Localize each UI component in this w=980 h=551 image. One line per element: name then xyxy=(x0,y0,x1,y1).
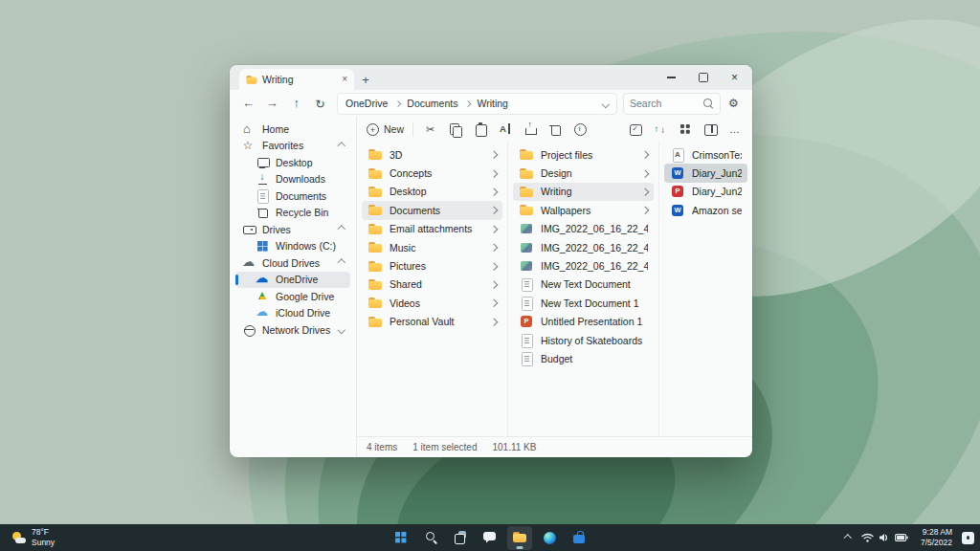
sidebar-item-favorites[interactable]: Favorites xyxy=(235,138,350,155)
chevron-right-icon[interactable] xyxy=(640,169,648,177)
col1-item-personal-vault[interactable]: Personal Vault xyxy=(362,313,502,331)
forward-button[interactable]: → xyxy=(261,93,283,115)
view-options-button[interactable] xyxy=(677,121,693,138)
sort-button[interactable] xyxy=(652,121,668,138)
col1-item-music[interactable]: Music xyxy=(362,238,502,256)
refresh-button[interactable]: ↻ xyxy=(309,93,331,115)
breadcrumb-segment-documents[interactable]: Documents xyxy=(407,98,477,109)
chevron-right-icon[interactable] xyxy=(489,280,497,288)
col1-item-concepts[interactable]: Concepts xyxy=(362,164,502,182)
col1-item-documents[interactable]: Documents xyxy=(362,201,502,219)
col1-item-3d[interactable]: 3D xyxy=(362,145,502,164)
edge-browser-button[interactable] xyxy=(537,526,562,550)
delete-button[interactable] xyxy=(546,121,563,138)
col1-item-email-attachments[interactable]: Email attachments xyxy=(362,220,502,238)
sidebar-item-windows-c[interactable]: Windows (C:) xyxy=(235,238,350,255)
chevron-right-icon[interactable] xyxy=(489,262,497,270)
chevron-right-icon[interactable] xyxy=(489,225,497,232)
col3-item-amazon-sellers-newsl[interactable]: Amazon sellers newsl xyxy=(664,201,747,219)
cut-button[interactable]: ✂ xyxy=(422,121,438,138)
col3-item-diary-jun21[interactable]: Diary_Jun21 xyxy=(664,164,747,182)
address-dropdown-icon[interactable] xyxy=(601,99,609,107)
chevron-right-icon[interactable] xyxy=(489,187,497,195)
chevron-up-icon[interactable] xyxy=(337,259,345,267)
sidebar-item-recycle-bin[interactable]: Recycle Bin xyxy=(235,205,350,222)
sidebar-item-downloads[interactable]: Downloads xyxy=(235,171,350,188)
sidebar-item-cloud-drives[interactable]: Cloud Drives xyxy=(235,254,350,272)
col2-item-budget[interactable]: Budget xyxy=(513,349,654,367)
col2-item-design[interactable]: Design xyxy=(513,164,654,182)
address-bar[interactable]: OneDrive Documents Writing xyxy=(337,93,617,115)
chevron-right-icon[interactable] xyxy=(489,244,497,252)
search-box[interactable] xyxy=(623,93,721,115)
chat-button[interactable] xyxy=(478,526,502,550)
rename-button[interactable] xyxy=(497,121,513,138)
chevron-right-icon[interactable] xyxy=(489,207,497,214)
col1-item-desktop[interactable]: Desktop xyxy=(362,183,502,201)
sidebar-item-network-drives[interactable]: Network Drives xyxy=(235,321,350,339)
sidebar-item-onedrive[interactable]: OneDrive xyxy=(235,272,350,289)
new-button[interactable]: + New xyxy=(367,123,404,136)
settings-gear-button[interactable]: ⚙ xyxy=(723,93,745,115)
col3-item-diary-jun21-exported[interactable]: Diary_Jun21 Exported xyxy=(664,183,747,201)
maximize-button[interactable] xyxy=(687,65,719,90)
sidebar-item-home[interactable]: Home xyxy=(235,121,350,138)
col2-item-writing[interactable]: Writing xyxy=(513,183,654,201)
taskbar-search-button[interactable] xyxy=(418,526,443,550)
weather-widget[interactable]: 78°F Sunny xyxy=(8,524,58,551)
microsoft-store-button[interactable] xyxy=(567,526,591,550)
new-tab-button[interactable]: + xyxy=(354,69,377,90)
col2-item-untitled-presentation-1[interactable]: Untitled Presentation 1 xyxy=(513,313,654,331)
sidebar-item-desktop[interactable]: Desktop xyxy=(235,154,350,171)
chevron-up-icon[interactable] xyxy=(337,226,345,233)
col1-item-videos[interactable]: Videos xyxy=(362,294,502,312)
task-view-button[interactable] xyxy=(448,526,473,550)
col1-item-pictures[interactable]: Pictures xyxy=(362,256,502,275)
chevron-right-icon[interactable] xyxy=(489,169,497,177)
chevron-right-icon[interactable] xyxy=(640,151,648,159)
col2-item-wallpapers[interactable]: Wallpapers xyxy=(513,201,654,219)
breadcrumb-segment-onedrive[interactable]: OneDrive xyxy=(345,98,407,109)
chevron-right-icon[interactable] xyxy=(489,299,497,307)
chevron-right-icon[interactable] xyxy=(489,151,497,159)
sidebar-item-icloud-drive[interactable]: iCloud Drive xyxy=(235,305,350,322)
up-button[interactable]: ↑ xyxy=(285,93,307,115)
paste-button[interactable] xyxy=(472,121,488,138)
breadcrumb-segment-writing[interactable]: Writing xyxy=(477,98,507,109)
chevron-up-icon[interactable] xyxy=(337,142,345,149)
sidebar-item-documents[interactable]: Documents xyxy=(235,187,350,205)
copy-button[interactable] xyxy=(447,121,463,138)
select-mode-button[interactable] xyxy=(627,121,643,138)
back-button[interactable]: ← xyxy=(237,93,259,115)
sidebar-item-drives[interactable]: Drives xyxy=(235,221,350,238)
col2-item-history-of-skateboards[interactable]: History of Skateboards xyxy=(513,331,654,349)
col2-item-new-text-document-1[interactable]: New Text Document 1 xyxy=(513,294,654,312)
chevron-right-icon[interactable] xyxy=(489,318,497,325)
chevron-right-icon[interactable] xyxy=(640,207,648,214)
col2-item-new-text-document[interactable]: New Text Document xyxy=(513,276,654,294)
more-options-button[interactable]: … xyxy=(726,121,743,138)
col1-item-shared[interactable]: Shared xyxy=(362,276,502,294)
col2-item-img-2022-06-16-22-43[interactable]: IMG_2022_06_16_22_43 xyxy=(513,220,654,238)
titlebar[interactable]: Writing × + × xyxy=(230,65,752,90)
chevron-right-icon[interactable] xyxy=(640,187,648,195)
col2-item-img-2022-06-16-22-43[interactable]: IMG_2022_06_16_22_43 xyxy=(513,238,654,256)
close-button[interactable]: × xyxy=(719,65,750,90)
preview-pane-button[interactable] xyxy=(702,121,718,138)
search-input[interactable] xyxy=(630,98,699,109)
tray-status-icons[interactable] xyxy=(858,531,911,544)
chevron-down-icon[interactable] xyxy=(337,326,345,334)
tab-writing[interactable]: Writing × xyxy=(239,69,354,90)
info-button[interactable] xyxy=(571,121,588,138)
col3-item-crimsontext-regular[interactable]: CrimsonText-Regular- xyxy=(664,145,747,164)
minimize-button[interactable] xyxy=(656,65,687,90)
col2-item-project-files[interactable]: Project files xyxy=(513,145,654,164)
hidden-icons-chevron[interactable] xyxy=(844,534,852,541)
sidebar-item-google-drive[interactable]: Google Drive xyxy=(235,288,350,305)
start-button[interactable] xyxy=(389,526,413,550)
file-explorer-button[interactable] xyxy=(507,526,532,550)
share-button[interactable] xyxy=(522,121,538,138)
col2-item-img-2022-06-16-22-43[interactable]: IMG_2022_06_16_22_43 xyxy=(513,256,654,275)
notification-badge[interactable] xyxy=(962,532,974,544)
taskbar-clock[interactable]: 9:28 AM 7/5/2022 xyxy=(918,527,955,547)
